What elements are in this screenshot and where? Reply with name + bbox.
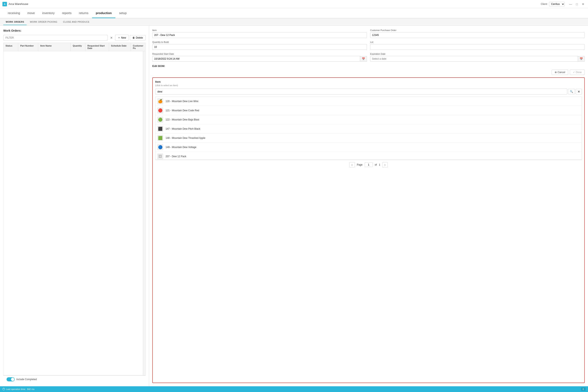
nav-item-setup[interactable]: setup — [115, 8, 130, 18]
req-start-date-picker-button[interactable]: 📅 — [360, 56, 367, 62]
expiration-date-picker-button[interactable]: 📅 — [578, 56, 585, 62]
bottle-icon-147: ⬛ — [158, 126, 162, 131]
status-text: Last operation time: 842 ms — [2, 388, 34, 390]
col-header-customer-pu: Customer Pu — [131, 43, 145, 51]
filter-input[interactable] — [3, 35, 108, 41]
list-item-149[interactable]: 🔵 149 - Mountain Dew Voltage — [155, 143, 582, 152]
status-value: 842 ms — [27, 388, 34, 390]
item-icon-120: 🍊 — [158, 98, 163, 104]
nav-item-move[interactable]: move — [24, 8, 38, 18]
list-item-147[interactable]: ⬛ 147 - Mountain Dew Pitch Black — [155, 124, 582, 134]
done-button[interactable]: ✓ Done — [570, 70, 585, 75]
title-bar-left: A Arca Warehouse — [2, 2, 28, 6]
nav-item-returns[interactable]: returns — [75, 8, 92, 18]
nav-item-inventory[interactable]: inventory — [38, 8, 58, 18]
item-name-148: 148 - Mountain Dew Thrashed Apple — [166, 136, 206, 140]
item-list: 🍊 120 - Mountain Dew Live Wire 🔴 121 - M… — [155, 96, 582, 160]
nav-item-production[interactable]: production — [92, 8, 115, 18]
cpo-field-label: Customer Purchase Order — [370, 29, 585, 32]
expiration-date-input[interactable] — [370, 56, 578, 62]
delete-button[interactable]: 🗑 Delete — [130, 35, 146, 40]
status-spinner — [2, 388, 5, 390]
next-page-button[interactable]: › — [382, 162, 388, 168]
search-clear-button[interactable]: ✕ — [576, 89, 582, 94]
list-item-207[interactable]: 🖼 207 - Dew 12 Pack — [155, 152, 582, 160]
item-selector-title: Item — [155, 80, 582, 83]
col-header-req-start-date: Requested Start Date — [85, 43, 109, 51]
form-group-cpo: Customer Purchase Order — [370, 29, 585, 38]
cancel-button-label: Cancel — [558, 71, 565, 74]
item-field-label: Item — [152, 29, 367, 32]
list-item-120[interactable]: 🍊 120 - Mountain Dew Live Wire — [155, 97, 582, 106]
item-selector-box: Item (click to select an item) 🔍 ✕ 🍊 120… — [152, 78, 585, 383]
trash-icon: 🗑 — [132, 36, 135, 39]
item-icon-148: 🟩 — [158, 135, 163, 141]
bottom-bar: Include Completed — [3, 376, 146, 383]
item-name-207: 207 - Dew 12 Pack — [166, 155, 186, 158]
cpo-field[interactable] — [370, 32, 585, 38]
search-input[interactable] — [155, 88, 567, 94]
edit-bom-label: Edit BOM: — [152, 64, 585, 68]
sub-nav: WORK ORDERS WORK ORDER PICKING CLOSE AND… — [0, 18, 588, 26]
form-row-item-cpo: Item Customer Purchase Order — [152, 29, 585, 38]
form-group-quantity: Quantity to Build — [152, 41, 367, 50]
form-group-req-start-date: Requested Start Date 📅 — [152, 53, 367, 62]
form-row-dates: Requested Start Date 📅 Expiration Date 📅 — [152, 53, 585, 62]
sub-nav-work-orders[interactable]: WORK ORDERS — [3, 19, 26, 25]
page-label: Page — [357, 163, 362, 166]
minimize-button[interactable]: — — [568, 2, 573, 6]
list-item-121[interactable]: 🔴 121 - Mountain Dew Code Red — [155, 106, 582, 115]
req-start-date-label: Requested Start Date — [152, 53, 367, 55]
search-button[interactable]: 🔍 — [568, 89, 575, 94]
total-pages: 1 — [379, 163, 380, 166]
req-start-date-input[interactable] — [152, 56, 360, 62]
title-bar-right: Client: Cerritus — □ ✕ — [541, 2, 586, 6]
prev-page-button[interactable]: ‹ — [349, 162, 355, 168]
new-button[interactable]: ＋ New — [115, 35, 128, 41]
item-name-149: 149 - Mountain Dew Voltage — [166, 146, 196, 149]
bottle-icon-121: 🔴 — [158, 108, 162, 113]
nav-item-receiving[interactable]: receiving — [4, 8, 24, 18]
of-label: of — [375, 163, 377, 166]
scroll-bar[interactable] — [143, 51, 145, 375]
include-completed-toggle[interactable] — [6, 377, 15, 382]
page-input[interactable] — [365, 162, 373, 167]
filter-clear-button[interactable]: ✕ — [109, 35, 114, 40]
include-completed-label: Include Completed — [16, 378, 37, 381]
form-group-lot: Lot — [370, 41, 585, 50]
main-content: Work Orders: ✕ ＋ New 🗑 Delete Status Par… — [0, 26, 588, 386]
nav-bar: receiving move inventory reports returns… — [0, 8, 588, 18]
item-icon-122: 🟢 — [158, 117, 163, 122]
sub-nav-work-order-picking[interactable]: WORK ORDER PICKING — [27, 19, 60, 25]
status-right-value: 0 — [581, 388, 586, 391]
sub-nav-close-and-produce[interactable]: CLOSE AND PRODUCE — [61, 19, 92, 25]
maximize-button[interactable]: □ — [575, 2, 579, 6]
left-panel: Work Orders: ✕ ＋ New 🗑 Delete Status Par… — [0, 26, 149, 386]
done-icon: ✓ — [573, 71, 575, 74]
item-name-121: 121 - Mountain Dew Code Red — [166, 109, 199, 112]
new-button-label: New — [121, 36, 126, 39]
form-row-qty-lot: Quantity to Build Lot — [152, 41, 585, 50]
lot-field-label: Lot — [370, 41, 585, 43]
list-item-148[interactable]: 🟩 148 - Mountain Dew Thrashed Apple — [155, 134, 582, 143]
table-body[interactable] — [3, 51, 146, 376]
quantity-field[interactable] — [152, 44, 367, 50]
client-select[interactable]: Cerritus — [549, 2, 565, 6]
close-button[interactable]: ✕ — [581, 2, 586, 6]
expiration-date-wrapper: 📅 — [370, 56, 585, 62]
item-icon-207: 🖼 — [158, 154, 163, 159]
client-label: Client: — [541, 3, 548, 6]
work-orders-title: Work Orders: — [3, 29, 146, 32]
item-field[interactable] — [152, 32, 367, 38]
item-name-147: 147 - Mountain Dew Pitch Black — [166, 128, 200, 130]
form-group-expiration-date: Expiration Date 📅 — [370, 53, 585, 62]
cancel-button[interactable]: ⊗ Cancel — [552, 70, 568, 75]
nav-item-reports[interactable]: reports — [58, 8, 75, 18]
plus-icon: ＋ — [118, 36, 120, 40]
cancel-icon: ⊗ — [555, 71, 557, 74]
pagination: ‹ Page of 1 › — [155, 160, 582, 170]
list-item-122[interactable]: 🟢 122 - Mountain Dew Baja Blast — [155, 115, 582, 124]
quantity-field-label: Quantity to Build — [152, 41, 367, 43]
action-buttons: ⊗ Cancel ✓ Done — [152, 70, 585, 75]
lot-field[interactable] — [370, 44, 585, 50]
